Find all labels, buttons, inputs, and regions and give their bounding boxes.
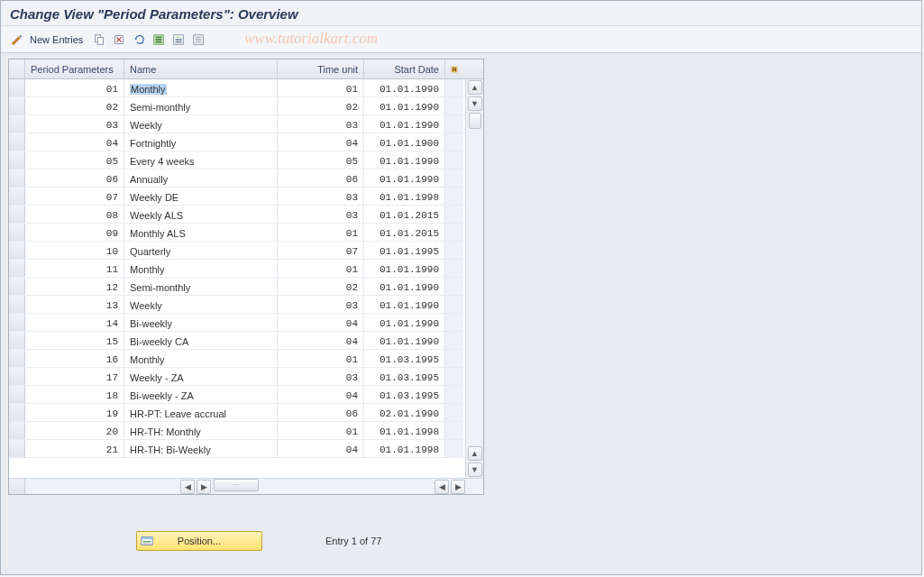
- table-row[interactable]: 11Monthly0101.01.1990: [9, 260, 483, 278]
- cell-time-unit[interactable]: 06: [278, 404, 364, 421]
- col-name[interactable]: Name: [124, 60, 278, 78]
- cell-time-unit[interactable]: 01: [278, 260, 364, 277]
- cell-period-parameters[interactable]: 12: [25, 278, 124, 295]
- cell-time-unit[interactable]: 06: [278, 169, 364, 187]
- cell-start-date[interactable]: 01.01.1990: [364, 296, 445, 313]
- cell-period-parameters[interactable]: 17: [25, 368, 124, 385]
- cell-time-unit[interactable]: 01: [278, 224, 364, 241]
- table-row[interactable]: 18Bi-weekly - ZA0401.03.1995: [9, 386, 483, 404]
- cell-start-date[interactable]: 01.03.1995: [364, 350, 445, 367]
- cell-name[interactable]: Monthly ALS: [124, 224, 278, 241]
- table-row[interactable]: 03Weekly0301.01.1990: [9, 115, 483, 133]
- cell-name[interactable]: Monthly: [124, 79, 278, 96]
- cell-start-date[interactable]: 01.01.1990: [364, 332, 445, 349]
- cell-name[interactable]: HR-PT: Leave accrual: [124, 404, 278, 421]
- table-row[interactable]: 14Bi-weekly0401.01.1990: [9, 314, 483, 332]
- cell-time-unit[interactable]: 02: [278, 278, 364, 295]
- cell-start-date[interactable]: 01.01.1998: [364, 188, 445, 205]
- col-time-unit[interactable]: Time unit: [278, 60, 364, 78]
- table-row[interactable]: 10Quarterly0701.01.1995: [9, 242, 483, 260]
- table-row[interactable]: 17Weekly - ZA0301.03.1995: [9, 368, 483, 386]
- cell-time-unit[interactable]: 01: [278, 79, 364, 96]
- table-row[interactable]: 09Monthly ALS0101.01.2015: [9, 224, 483, 242]
- cell-time-unit[interactable]: 03: [278, 368, 364, 385]
- cell-name[interactable]: Monthly: [124, 260, 278, 277]
- row-selector[interactable]: [9, 79, 25, 96]
- row-selector[interactable]: [9, 296, 25, 313]
- cell-name[interactable]: Bi-weekly - ZA: [124, 386, 278, 403]
- cell-name[interactable]: Weekly - ZA: [124, 368, 278, 385]
- scroll-up-arrow-icon[interactable]: ▲: [468, 80, 482, 95]
- cell-name[interactable]: Weekly: [124, 296, 278, 313]
- cell-time-unit[interactable]: 03: [278, 188, 364, 205]
- cell-name[interactable]: Semi-monthly: [124, 97, 278, 114]
- cell-period-parameters[interactable]: 03: [25, 115, 124, 133]
- cell-period-parameters[interactable]: 07: [25, 188, 124, 205]
- cell-period-parameters[interactable]: 19: [25, 404, 124, 421]
- table-row[interactable]: 20HR-TH: Monthly0101.01.1998: [9, 422, 483, 440]
- cell-start-date[interactable]: 01.01.1998: [364, 422, 445, 439]
- cell-start-date[interactable]: 01.01.1990: [364, 278, 445, 295]
- cell-start-date[interactable]: 01.01.1990: [364, 97, 445, 114]
- row-selector[interactable]: [9, 242, 25, 259]
- scroll-right-arrow-icon[interactable]: ▶: [197, 480, 211, 494]
- cell-start-date[interactable]: 01.03.1995: [364, 386, 445, 403]
- col-period-parameters[interactable]: Period Parameters: [25, 60, 124, 78]
- cell-start-date[interactable]: 01.01.1995: [364, 242, 445, 259]
- cell-period-parameters[interactable]: 18: [25, 386, 124, 403]
- cell-time-unit[interactable]: 05: [278, 151, 364, 169]
- table-row[interactable]: 02Semi-monthly0201.01.1990: [9, 97, 483, 115]
- cell-period-parameters[interactable]: 16: [25, 350, 124, 367]
- cell-period-parameters[interactable]: 21: [25, 440, 124, 457]
- horizontal-scrollbar[interactable]: ◀ ▶ ⋯ ◀ ▶: [25, 479, 483, 494]
- cell-start-date[interactable]: 01.01.2015: [364, 206, 445, 223]
- select-all-rows[interactable]: [9, 60, 25, 78]
- scroll-thumb-h[interactable]: ⋯: [214, 479, 259, 491]
- scroll-thumb[interactable]: [469, 113, 481, 129]
- cell-time-unit[interactable]: 03: [278, 115, 364, 133]
- cell-start-date[interactable]: 01.01.2015: [364, 224, 445, 241]
- cell-start-date[interactable]: 01.01.1990: [364, 115, 445, 133]
- cell-time-unit[interactable]: 03: [278, 206, 364, 223]
- cell-period-parameters[interactable]: 10: [25, 242, 124, 259]
- scroll-up2-arrow-icon[interactable]: ▲: [468, 446, 482, 461]
- vertical-scrollbar[interactable]: ▲ ▼ ▲ ▼: [465, 79, 483, 478]
- scroll-down2-arrow-icon[interactable]: ▼: [468, 463, 482, 477]
- table-row[interactable]: 13Weekly0301.01.1990: [9, 296, 483, 314]
- row-selector[interactable]: [9, 404, 25, 421]
- cell-start-date[interactable]: 01.01.1900: [364, 133, 445, 151]
- row-selector[interactable]: [9, 115, 25, 133]
- cell-name[interactable]: Annually: [124, 169, 278, 187]
- cell-name[interactable]: Weekly DE: [124, 188, 278, 205]
- cell-period-parameters[interactable]: 02: [25, 97, 124, 114]
- scroll-right2-arrow-icon[interactable]: ▶: [451, 480, 465, 494]
- row-selector[interactable]: [9, 332, 25, 349]
- cell-name[interactable]: Every 4 weeks: [124, 151, 278, 169]
- cell-period-parameters[interactable]: 08: [25, 206, 124, 223]
- scroll-down-arrow-icon[interactable]: ▼: [468, 96, 482, 111]
- cell-time-unit[interactable]: 04: [278, 133, 364, 151]
- cell-name[interactable]: HR-TH: Monthly: [124, 422, 278, 439]
- cell-start-date[interactable]: 01.01.1990: [364, 169, 445, 187]
- row-selector[interactable]: [9, 278, 25, 295]
- scroll-left-arrow-icon[interactable]: ◀: [180, 480, 195, 494]
- delete-icon[interactable]: [110, 31, 128, 49]
- cell-time-unit[interactable]: 01: [278, 422, 364, 439]
- table-row[interactable]: 05Every 4 weeks0501.01.1990: [9, 151, 483, 169]
- table-row[interactable]: 04Fortnightly0401.01.1900: [9, 133, 483, 151]
- deselect-all-icon[interactable]: [189, 31, 207, 49]
- row-selector[interactable]: [9, 97, 25, 114]
- row-selector[interactable]: [9, 314, 25, 331]
- select-block-icon[interactable]: [169, 31, 188, 49]
- row-selector[interactable]: [9, 224, 25, 241]
- cell-name[interactable]: Monthly: [124, 350, 278, 367]
- cell-period-parameters[interactable]: 13: [25, 296, 124, 313]
- undo-change-icon[interactable]: [130, 31, 148, 49]
- row-selector[interactable]: [9, 133, 25, 151]
- table-row[interactable]: 21HR-TH: Bi-Weekly0401.01.1998: [9, 440, 483, 458]
- cell-period-parameters[interactable]: 11: [25, 260, 124, 277]
- cell-period-parameters[interactable]: 14: [25, 314, 124, 331]
- cell-time-unit[interactable]: 04: [278, 314, 364, 331]
- cell-name[interactable]: HR-TH: Bi-Weekly: [124, 440, 278, 457]
- cell-start-date[interactable]: 01.01.1990: [364, 314, 445, 331]
